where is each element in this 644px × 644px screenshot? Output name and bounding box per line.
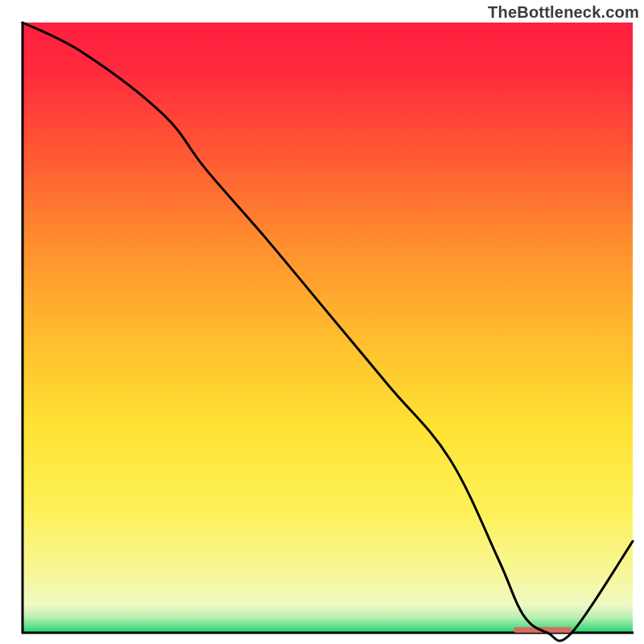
plot-gradient-background [23,23,633,633]
chart-svg [0,0,644,644]
chart-container: TheBottleneck.com [0,0,644,644]
